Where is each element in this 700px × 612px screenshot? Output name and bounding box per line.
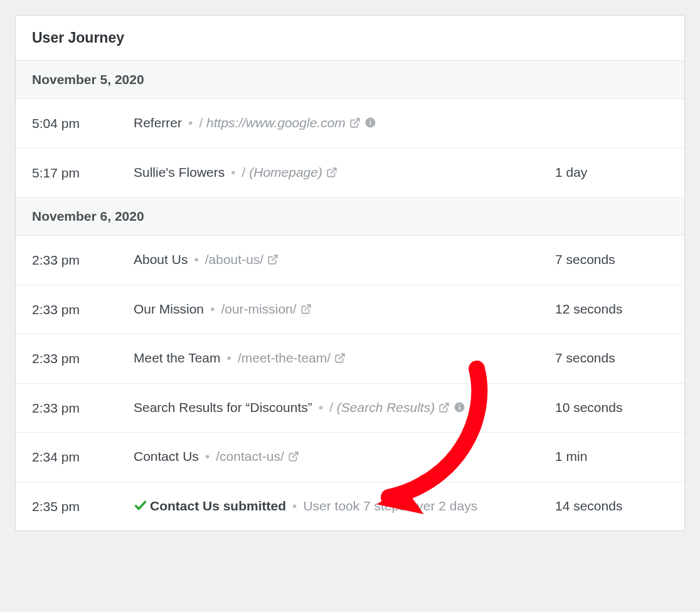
external-link-icon[interactable] <box>326 167 337 178</box>
svg-rect-10 <box>459 406 460 410</box>
row-duration: 7 seconds <box>555 348 668 369</box>
row-title: Search Results for “Discounts” <box>134 400 312 414</box>
separator-dot: • <box>210 302 215 316</box>
row-time: 2:35 pm <box>32 496 134 517</box>
row-title: Sullie's Flowers <box>134 165 225 179</box>
row-duration: 14 seconds <box>555 496 668 517</box>
svg-line-6 <box>305 305 310 310</box>
row-main: Sullie's Flowers•/ (Homepage) <box>134 162 555 183</box>
row-main: Search Results for “Discounts”•/ (Search… <box>134 398 555 418</box>
row-title: Contact Us submitted <box>150 499 286 513</box>
check-icon <box>134 499 147 512</box>
journey-row: 5:17 pmSullie's Flowers•/ (Homepage)1 da… <box>16 149 684 198</box>
row-duration: 12 seconds <box>555 299 668 320</box>
row-title: Meet the Team <box>134 351 221 365</box>
row-title: Contact Us <box>134 449 199 463</box>
external-link-icon[interactable] <box>334 352 346 364</box>
separator-dot: • <box>227 351 231 365</box>
row-time: 5:17 pm <box>32 162 134 184</box>
row-path[interactable]: /our-mission/ <box>221 302 296 316</box>
row-duration: 7 seconds <box>555 250 668 270</box>
svg-line-4 <box>331 168 336 173</box>
date-header: November 5, 2020 <box>16 61 684 99</box>
svg-rect-3 <box>370 120 371 121</box>
svg-rect-11 <box>459 404 460 405</box>
journey-body: November 5, 20205:04 pmReferrer•/ https:… <box>16 61 684 530</box>
row-path[interactable]: /contact-us/ <box>216 449 284 463</box>
panel-title: User Journey <box>32 29 668 46</box>
row-time: 2:33 pm <box>32 398 134 419</box>
info-icon[interactable] <box>364 117 376 129</box>
row-path[interactable]: (Search Results) <box>337 400 435 414</box>
journey-row: 2:34 pmContact Us•/contact-us/1 min <box>16 433 684 482</box>
separator-dot: • <box>188 115 193 130</box>
row-time: 5:04 pm <box>32 113 134 134</box>
svg-rect-2 <box>370 122 371 125</box>
row-main: Contact Us•/contact-us/ <box>134 446 555 467</box>
row-main: About Us•/about-us/ <box>134 250 555 270</box>
row-main: Meet the Team•/meet-the-team/ <box>134 348 555 369</box>
svg-line-0 <box>354 119 359 124</box>
row-main: Referrer•/ https://www.google.com <box>134 113 555 134</box>
svg-line-8 <box>443 403 448 408</box>
journey-row: 2:33 pmSearch Results for “Discounts”•/ … <box>16 384 684 433</box>
row-path-prefix: / <box>242 165 250 179</box>
row-title: Referrer <box>134 115 182 130</box>
row-title: Our Mission <box>134 302 204 316</box>
journey-row: 2:35 pmContact Us submitted•User took 7 … <box>16 482 684 531</box>
user-journey-panel: User Journey November 5, 20205:04 pmRefe… <box>15 15 685 531</box>
svg-line-5 <box>272 255 277 260</box>
row-title: About Us <box>134 252 188 266</box>
row-main: Our Mission•/our-mission/ <box>134 299 555 320</box>
row-path[interactable]: /meet-the-team/ <box>238 351 331 365</box>
info-icon[interactable] <box>453 401 465 413</box>
external-link-icon[interactable] <box>288 451 299 462</box>
external-link-icon[interactable] <box>438 402 450 413</box>
row-time: 2:34 pm <box>32 446 134 468</box>
row-path-prefix: / <box>199 115 206 130</box>
date-header: November 6, 2020 <box>16 198 684 236</box>
row-time: 2:33 pm <box>32 250 134 271</box>
journey-row: 2:33 pmOur Mission•/our-mission/12 secon… <box>16 285 684 335</box>
separator-dot: • <box>205 449 209 463</box>
external-link-icon[interactable] <box>349 117 361 129</box>
separator-dot: • <box>194 252 198 266</box>
svg-line-12 <box>292 453 297 458</box>
row-path[interactable]: /about-us/ <box>205 252 263 266</box>
journey-row: 2:33 pmAbout Us•/about-us/7 seconds <box>16 236 684 285</box>
row-path[interactable]: (Homepage) <box>249 165 322 179</box>
row-duration: 1 day <box>555 162 668 183</box>
row-time: 2:33 pm <box>32 348 134 369</box>
row-path[interactable]: https://www.google.com <box>206 115 346 130</box>
journey-row: 2:33 pmMeet the Team•/meet-the-team/7 se… <box>16 334 684 384</box>
panel-header: User Journey <box>16 16 684 61</box>
journey-row: 5:04 pmReferrer•/ https://www.google.com <box>16 99 684 149</box>
separator-dot: • <box>292 499 297 513</box>
row-main: Contact Us submitted•User took 7 steps o… <box>134 496 555 517</box>
svg-line-7 <box>339 354 344 359</box>
external-link-icon[interactable] <box>300 303 312 315</box>
row-path-prefix: / <box>329 400 337 414</box>
external-link-icon[interactable] <box>267 254 278 265</box>
separator-dot: • <box>231 165 235 179</box>
row-duration: 1 min <box>555 446 668 467</box>
row-time: 2:33 pm <box>32 299 134 320</box>
separator-dot: • <box>319 400 323 414</box>
row-summary: User took 7 steps over 2 days <box>303 499 477 513</box>
row-duration: 10 seconds <box>555 398 668 418</box>
